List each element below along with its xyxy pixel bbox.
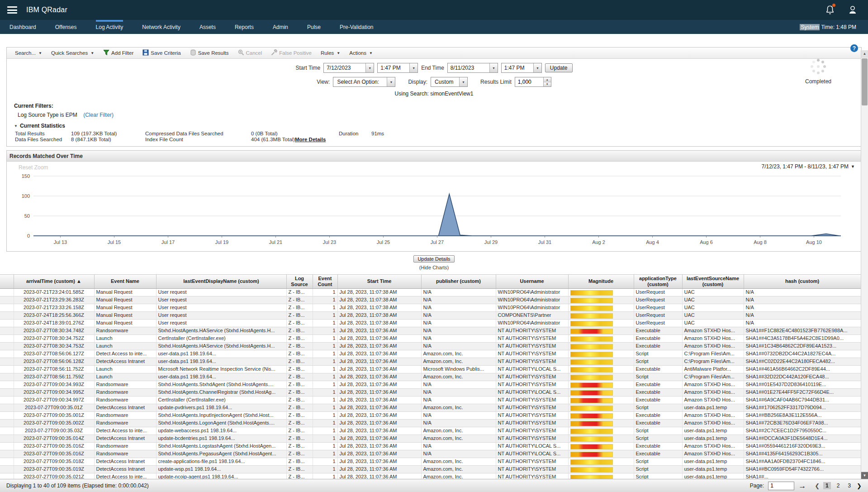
table-row[interactable]: 2023-07-27T08:30:34.752ZLaunchCertInstal… bbox=[0, 334, 861, 342]
table-row[interactable]: 2023-07-27T09:00:35.01ZDetectAccess Intr… bbox=[0, 404, 861, 411]
cell-hash: SHA1##6A9CAF04AB6C7944DB31... bbox=[744, 396, 861, 404]
quick-searches-menu[interactable]: Quick Searches▼ bbox=[47, 49, 98, 57]
table-row[interactable]: 2023-07-27T08:56:06.127ZDetect Access to… bbox=[0, 350, 861, 358]
go-to-page-arrow-icon[interactable]: → bbox=[798, 482, 806, 490]
column-header-start-time[interactable]: Start Time bbox=[337, 275, 421, 288]
table-row[interactable]: 2023-07-27T09:00:35.001ZRandsomwareStxhd… bbox=[0, 411, 861, 419]
tab-pulse[interactable]: Pulse bbox=[298, 20, 330, 34]
vertical-scrollbar[interactable]: ▲ ▼ bbox=[861, 50, 868, 479]
column-header-application-type[interactable]: applicationType (custom) bbox=[634, 275, 682, 288]
table-row[interactable]: 2023-07-27T09:00:35.002ZRandsomwareStxhd… bbox=[0, 419, 861, 427]
column-header-last-event-source-name[interactable]: lastEventSourceName (custom) bbox=[682, 275, 744, 288]
column-header-username[interactable]: Username bbox=[496, 275, 568, 288]
table-row[interactable]: 2023-07-27T08:30:34.748ZRandsomwareStxhd… bbox=[0, 327, 861, 334]
column-header-arrival-time[interactable]: arrivalTime (custom) ▲ bbox=[14, 275, 94, 288]
table-row[interactable]: 2023-07-27T09:00:34.995ZRandsomwareStxhd… bbox=[0, 388, 861, 396]
actions-menu[interactable]: Actions▼ bbox=[346, 49, 376, 57]
more-details-link[interactable]: More Details bbox=[295, 137, 326, 142]
scrollbar-thumb[interactable] bbox=[862, 58, 868, 105]
column-header-last-event-display-name[interactable]: lastEventDisplayName (custom) bbox=[156, 275, 286, 288]
previous-page-icon[interactable]: ❮ bbox=[815, 482, 820, 489]
add-filter-button[interactable]: Add Filter bbox=[100, 48, 137, 57]
results-limit-stepper[interactable]: ▲ ▼ bbox=[515, 77, 551, 87]
magnitude-bar-high bbox=[570, 390, 613, 396]
display-select-dropdown-icon[interactable]: ▼ bbox=[459, 77, 467, 86]
cell-row-icon bbox=[0, 358, 14, 365]
end-date-dropdown-icon[interactable]: ▼ bbox=[489, 63, 498, 72]
scroll-up-icon[interactable]: ▲ bbox=[861, 50, 868, 57]
tab-admin[interactable]: Admin bbox=[263, 20, 298, 34]
column-header-magnitude[interactable]: Magnitude bbox=[568, 275, 634, 288]
menu-icon[interactable] bbox=[7, 6, 17, 14]
update-button[interactable]: Update bbox=[545, 63, 573, 72]
save-results-button[interactable]: Save Results bbox=[186, 48, 232, 57]
view-select[interactable]: Select An Option: ▼ bbox=[333, 77, 395, 87]
table-row[interactable]: 2023-07-27T08:56:06.128ZDetectAccess Int… bbox=[0, 358, 861, 365]
table-row[interactable]: 2023-07-21T23:29:36.283ZManual RequestUs… bbox=[0, 296, 861, 304]
page-number-2[interactable]: 2 bbox=[835, 482, 842, 489]
results-limit-up-icon[interactable]: ▲ bbox=[544, 77, 551, 82]
page-number-3[interactable]: 3 bbox=[845, 482, 853, 489]
scroll-down-icon[interactable]: ▼ bbox=[861, 472, 868, 479]
tab-reports[interactable]: Reports bbox=[225, 20, 263, 34]
clear-filter-link[interactable]: (Clear Filter) bbox=[83, 112, 114, 118]
end-date-picker[interactable]: ▼ bbox=[447, 63, 498, 73]
current-statistics-header[interactable]: ▼ Current Statistics bbox=[7, 118, 861, 131]
page-input[interactable] bbox=[768, 482, 794, 490]
tab-dashboard[interactable]: Dashboard bbox=[0, 20, 46, 34]
save-criteria-button[interactable]: Save Criteria bbox=[139, 48, 184, 57]
start-date-dropdown-icon[interactable]: ▼ bbox=[365, 63, 374, 72]
column-header-event-count[interactable]: Event Count bbox=[313, 275, 337, 288]
table-row[interactable]: 2023-07-27T08:30:34.753ZLaunchStxhd.Host… bbox=[0, 342, 861, 350]
results-limit-down-icon[interactable]: ▼ bbox=[544, 82, 551, 87]
tab-log-activity[interactable]: Log Activity bbox=[86, 20, 133, 34]
chart-range-select[interactable]: 7/12/23, 1:47 PM - 8/11/23, 1:47 PM ▼ bbox=[762, 163, 855, 170]
table-row[interactable]: 2023-07-21T23:33:26.158ZManual RequestUs… bbox=[0, 304, 861, 311]
view-select-dropdown-icon[interactable]: ▼ bbox=[387, 77, 395, 86]
column-header-row-icon[interactable] bbox=[0, 275, 14, 288]
cell-log-source: Z - IB... bbox=[286, 427, 313, 435]
start-date-picker[interactable]: ▼ bbox=[323, 63, 374, 73]
column-header-log-source[interactable]: Log Source bbox=[286, 275, 313, 288]
tab-assets[interactable]: Assets bbox=[190, 20, 225, 34]
start-date-input[interactable] bbox=[324, 63, 365, 72]
hide-charts-link[interactable]: (Hide Charts) bbox=[419, 265, 449, 270]
help-icon[interactable]: ? bbox=[850, 44, 858, 52]
end-clock-dropdown-icon[interactable]: ▼ bbox=[533, 63, 541, 72]
rules-menu[interactable]: Rules▼ bbox=[317, 49, 344, 57]
column-header-publisher[interactable]: publisher (custom) bbox=[421, 275, 496, 288]
display-select[interactable]: Custom ▼ bbox=[431, 77, 468, 87]
table-row[interactable]: 2023-07-27T09:00:35.019ZDetectAccess Int… bbox=[0, 465, 861, 473]
end-clock-picker[interactable]: ▼ bbox=[501, 63, 542, 73]
column-header-hash[interactable]: hash (custom) bbox=[744, 275, 861, 288]
table-row[interactable]: 2023-07-27T08:56:11.752ZLaunchMicrosoft … bbox=[0, 365, 861, 373]
next-page-icon[interactable]: ❯ bbox=[857, 482, 862, 489]
start-clock-picker[interactable]: ▼ bbox=[377, 63, 418, 73]
table-row[interactable]: 2023-07-27T09:00:34.997ZRandsomwareCertI… bbox=[0, 396, 861, 404]
table-row[interactable]: 2023-07-27T09:00:35.014ZDetectAccess Int… bbox=[0, 435, 861, 442]
table-row[interactable]: 2023-07-27T09:00:34.993ZRandsomwareStxhd… bbox=[0, 381, 861, 388]
cell-username: WIN10PRO64\Administrator bbox=[496, 288, 568, 296]
tab-offenses[interactable]: Offenses bbox=[46, 20, 86, 34]
table-row[interactable]: 2023-07-27T09:00:35.016ZRandsomwareStxhd… bbox=[0, 450, 861, 458]
table-row[interactable]: 2023-07-27T08:56:11.759ZLaunchuser-data.… bbox=[0, 373, 861, 381]
end-date-input[interactable] bbox=[448, 63, 489, 72]
notifications-bell-icon[interactable] bbox=[825, 5, 835, 15]
search-menu[interactable]: Search...▼ bbox=[11, 49, 46, 57]
start-clock-dropdown-icon[interactable]: ▼ bbox=[409, 63, 417, 72]
table-row[interactable]: 2023-07-24T18:25:56.366ZManual RequestUs… bbox=[0, 311, 861, 319]
tab-network-activity[interactable]: Network Activity bbox=[133, 20, 190, 34]
user-avatar-icon[interactable] bbox=[847, 5, 858, 15]
results-limit-input[interactable] bbox=[515, 77, 543, 86]
table-row[interactable]: 2023-07-27T09:00:35.03ZDetect Access to … bbox=[0, 427, 861, 435]
table-row[interactable]: 2023-07-27T09:00:35.016ZRandsomwareStxhd… bbox=[0, 442, 861, 450]
end-clock-input[interactable] bbox=[502, 63, 533, 72]
page-number-1[interactable]: 1 bbox=[823, 482, 831, 489]
table-row[interactable]: 2023-07-27T09:00:35.018ZDetectAccess Int… bbox=[0, 458, 861, 465]
column-header-event-name[interactable]: Event Name bbox=[94, 275, 156, 288]
start-clock-input[interactable] bbox=[378, 63, 409, 72]
update-details-button[interactable]: Update Details bbox=[413, 255, 454, 263]
table-row[interactable]: 2023-07-24T18:39:01.276ZManual RequestUs… bbox=[0, 319, 861, 327]
tab-pre-validation[interactable]: Pre-Validation bbox=[330, 20, 383, 34]
table-row[interactable]: 2023-07-21T23:24:01.585ZManual RequestUs… bbox=[0, 288, 861, 296]
